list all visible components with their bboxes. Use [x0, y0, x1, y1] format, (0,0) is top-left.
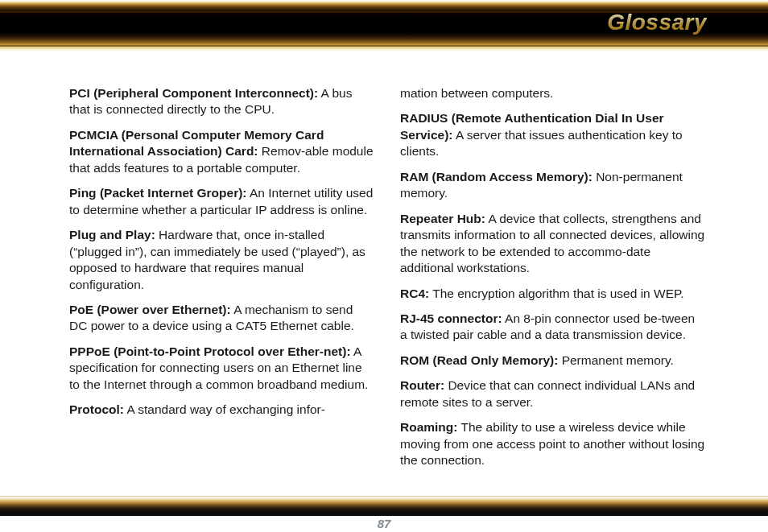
- glossary-entry: PoE (Power over Ethernet): A mechanism t…: [69, 302, 374, 335]
- glossary-term: RAM (Random Access Memory):: [400, 170, 593, 184]
- glossary-definition: The encryption algorithm that is used in…: [429, 287, 683, 300]
- glossary-term: Ping (Packet Internet Groper):: [69, 186, 246, 200]
- glossary-term: Plug and Play:: [69, 228, 155, 241]
- glossary-term: Roaming:: [400, 420, 457, 434]
- column-left: PCI (Peripheral Component Interconnect):…: [69, 85, 374, 504]
- glossary-entry: PCI (Peripheral Component Interconnect):…: [69, 85, 374, 118]
- glossary-definition: Permanent memory.: [558, 353, 674, 367]
- glossary-entry: Ping (Packet Internet Groper): An Intern…: [69, 185, 374, 218]
- glossary-entry: PCMCIA (Personal Computer Memory Card In…: [69, 127, 374, 176]
- glossary-entry: RAM (Random Access Memory): Non-permanen…: [400, 169, 705, 202]
- glossary-term: RC4:: [400, 287, 429, 300]
- glossary-term: PPPoE (Point-to-Point Protocol over Ethe…: [69, 344, 351, 358]
- glossary-term: RJ-45 connector:: [400, 311, 502, 325]
- glossary-term: Protocol:: [69, 402, 124, 416]
- glossary-term: ROM (Read Only Memory):: [400, 353, 558, 367]
- header-divider-bottom: [0, 45, 768, 47]
- glossary-entry: Roaming: The ability to use a wireless d…: [400, 419, 705, 468]
- glossary-entry: Plug and Play: Hardware that, once in-st…: [69, 227, 374, 293]
- glossary-content: PCI (Peripheral Component Interconnect):…: [69, 85, 705, 504]
- glossary-entry: PPPoE (Point-to-Point Protocol over Ethe…: [69, 344, 374, 393]
- glossary-entry: Protocol: A standard way of exchanging i…: [69, 402, 374, 418]
- glossary-entry: ROM (Read Only Memory): Permanent memory…: [400, 353, 705, 369]
- glossary-term: Router:: [400, 378, 444, 392]
- glossary-definition: A standard way of exchanging infor-: [124, 402, 325, 416]
- glossary-term: PCI (Peripheral Component Interconnect):: [69, 86, 318, 100]
- footer-gradient-band: [0, 497, 768, 516]
- glossary-term: PoE (Power over Ethernet):: [69, 303, 231, 316]
- page-number: 87: [0, 517, 768, 532]
- glossary-term: Repeater Hub:: [400, 212, 485, 225]
- glossary-entry: Router: Device that can connect individu…: [400, 377, 705, 410]
- glossary-entry: RADIUS (Remote Authentication Dial In Us…: [400, 110, 705, 159]
- glossary-definition: mation between computers.: [400, 86, 553, 100]
- column-right: mation between computers.RADIUS (Remote …: [400, 85, 705, 504]
- page-title: Glossary: [607, 10, 707, 35]
- glossary-entry: RC4: The encryption algorithm that is us…: [400, 286, 705, 302]
- glossary-entry: mation between computers.: [400, 85, 705, 101]
- glossary-entry: Repeater Hub: A device that collects, st…: [400, 211, 705, 277]
- glossary-definition: Device that can connect individual LANs …: [400, 378, 695, 408]
- glossary-entry: RJ-45 connector: An 8-pin connector used…: [400, 311, 705, 344]
